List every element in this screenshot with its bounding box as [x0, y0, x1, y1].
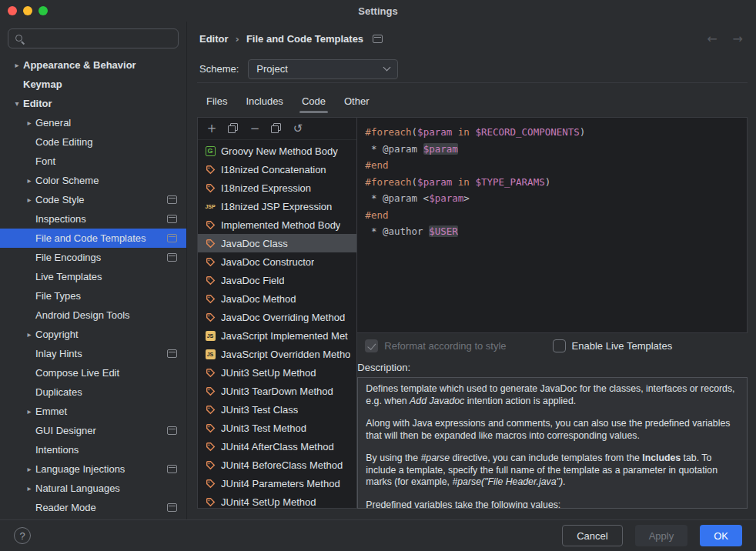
sidebar-item-file-encodings[interactable]: File Encodings	[0, 248, 186, 267]
sidebar-item-label: Natural Languages	[35, 483, 177, 494]
template-item-junit4-afterclass-method[interactable]: JUnit4 AfterClass Method	[198, 437, 356, 456]
description-gap	[366, 407, 739, 418]
search-input[interactable]	[30, 33, 172, 45]
template-item-junit3-teardown-method[interactable]: JUnit3 TearDown Method	[198, 382, 356, 400]
chevron-right-icon[interactable]: ▸	[23, 195, 35, 204]
reformat-checkbox: Reformat according to style	[365, 339, 506, 352]
chevron-right-icon[interactable]: ▸	[23, 465, 35, 473]
back-arrow-icon[interactable]: ←	[707, 32, 717, 46]
template-editor[interactable]: #foreach($param in $RECORD_COMPONENTS) *…	[357, 118, 748, 333]
template-item-javadoc-class[interactable]: JavaDoc Class	[198, 234, 356, 252]
template-detail: #foreach($param in $RECORD_COMPONENTS) *…	[357, 118, 748, 509]
chevron-down-icon[interactable]: ▾	[11, 99, 23, 108]
sidebar-item-gui-designer[interactable]: GUI Designer	[0, 421, 186, 440]
description-text: Defines template which used to generate …	[357, 377, 748, 509]
sidebar-item-inlay-hints[interactable]: Inlay Hints	[0, 344, 186, 363]
content: Editor›File and Code Templates ← → Schem…	[187, 22, 756, 519]
template-item-javascript-overridden-metho[interactable]: JSJavaScript Overridden Metho	[198, 345, 356, 363]
sidebar-item-appearance-behavior[interactable]: ▸Appearance & Behavior	[0, 55, 186, 75]
remove-template-icon[interactable]: −	[249, 122, 261, 135]
template-item-junit4-setup-method[interactable]: JUnit4 SetUp Method	[198, 493, 356, 508]
sidebar-item-reader-mode[interactable]: Reader Mode	[0, 498, 186, 517]
sidebar-item-live-templates[interactable]: Live Templates	[0, 267, 186, 286]
live-templates-checkbox[interactable]: Enable Live Templates	[553, 339, 673, 352]
sidebar-item-copyright[interactable]: ▸Copyright	[0, 325, 186, 344]
sidebar-item-file-types[interactable]: File Types	[0, 286, 186, 306]
add-template-icon[interactable]: +	[206, 122, 218, 135]
sidebar-item-intentions[interactable]: Intentions	[0, 440, 186, 459]
help-button[interactable]: ?	[14, 527, 31, 544]
minimize-icon[interactable]	[23, 6, 32, 15]
template-item-javadoc-overriding-method[interactable]: JavaDoc Overriding Method	[198, 308, 356, 326]
chevron-right-icon[interactable]: ▸	[11, 61, 23, 69]
chevron-right-icon[interactable]: ▸	[23, 119, 35, 127]
sidebar-item-general[interactable]: ▸General	[0, 113, 186, 132]
sidebar-item-file-and-code-templates[interactable]: File and Code Templates	[0, 229, 186, 248]
ok-button[interactable]: OK	[700, 525, 742, 546]
js-file-icon: JS	[204, 349, 216, 359]
tab-includes[interactable]: Includes	[236, 85, 292, 117]
template-item-junit3-test-method[interactable]: JUnit3 Test Method	[198, 419, 356, 437]
tab-other[interactable]: Other	[335, 85, 379, 117]
description-paragraph: Defines template which used to generate …	[366, 383, 739, 407]
settings-window: Settings ▸Appearance & BehaviorKeymap▾Ed…	[0, 0, 756, 551]
sidebar-item-editor[interactable]: ▾Editor	[0, 94, 186, 113]
screen-badge-icon	[167, 195, 177, 204]
sidebar-item-android-design-tools[interactable]: Android Design Tools	[0, 306, 186, 325]
tab-code[interactable]: Code	[293, 85, 335, 117]
chevron-right-icon[interactable]: ▸	[23, 176, 35, 185]
template-item-i18nized-jsp-expression[interactable]: JSPI18nized JSP Expression	[198, 197, 356, 215]
sidebar-item-code-editing[interactable]: Code Editing	[0, 132, 186, 152]
template-item-junit4-beforeclass-method[interactable]: JUnit4 BeforeClass Method	[198, 456, 356, 474]
chevron-right-icon[interactable]: ▸	[23, 484, 35, 493]
screen-badge-icon	[167, 426, 177, 435]
template-item-javadoc-field[interactable]: JavaDoc Field	[198, 271, 356, 289]
sidebar-item-label: Android Design Tools	[35, 309, 177, 321]
sidebar-item-inspections[interactable]: Inspections	[0, 209, 186, 229]
close-icon[interactable]	[8, 6, 17, 15]
template-item-javascript-implemented-met[interactable]: JSJavaScript Implemented Met	[198, 326, 356, 345]
copy-template-icon[interactable]	[227, 122, 239, 135]
forward-arrow-icon[interactable]: →	[733, 32, 743, 46]
template-file-icon	[204, 497, 216, 507]
maximize-icon[interactable]	[38, 6, 48, 15]
sidebar: ▸Appearance & BehaviorKeymap▾Editor▸Gene…	[0, 22, 187, 519]
template-item-junit4-parameters-method[interactable]: JUnit4 Parameters Method	[198, 474, 356, 493]
cancel-button[interactable]: Cancel	[562, 525, 622, 546]
sidebar-item-color-scheme[interactable]: ▸Color Scheme	[0, 171, 186, 190]
sidebar-item-language-injections[interactable]: ▸Language Injections	[0, 459, 186, 479]
scheme-select[interactable]: Project	[248, 59, 398, 79]
reset-to-default-icon[interactable]: ↺	[292, 122, 304, 135]
sidebar-item-label: Emmet	[35, 406, 177, 417]
sidebar-item-font[interactable]: Font	[0, 152, 186, 171]
template-item-javadoc-method[interactable]: JavaDoc Method	[198, 289, 356, 308]
template-item-javadoc-constructor[interactable]: JavaDoc Constructor	[198, 252, 356, 271]
app-body: ▸Appearance & BehaviorKeymap▾Editor▸Gene…	[0, 22, 756, 519]
tab-files[interactable]: Files	[197, 85, 236, 117]
code-line: #end	[365, 157, 739, 174]
sidebar-item-label: Inspections	[35, 213, 161, 225]
template-item-label: JUnit3 SetUp Method	[221, 367, 316, 379]
template-item-junit3-test-class[interactable]: JUnit3 Test Class	[198, 400, 356, 419]
template-file-icon	[204, 239, 216, 249]
sidebar-item-emmet[interactable]: ▸Emmet	[0, 402, 186, 421]
checkbox-checked-icon	[365, 339, 378, 352]
template-item-i18nized-concatenation[interactable]: I18nized Concatenation	[198, 160, 356, 179]
breadcrumb-item-editor[interactable]: Editor	[199, 33, 229, 45]
sidebar-item-code-style[interactable]: ▸Code Style	[0, 190, 186, 209]
sidebar-item-natural-languages[interactable]: ▸Natural Languages	[0, 479, 186, 498]
search-field[interactable]	[8, 28, 179, 48]
template-item-label: JUnit4 AfterClass Method	[221, 441, 334, 452]
sidebar-item-duplicates[interactable]: Duplicates	[0, 382, 186, 402]
chevron-right-icon[interactable]: ▸	[23, 330, 35, 339]
sidebar-item-keymap[interactable]: Keymap	[0, 75, 186, 94]
template-item-i18nized-expression[interactable]: I18nized Expression	[198, 179, 356, 197]
apply-button[interactable]: Apply	[635, 525, 688, 546]
template-item-groovy-new-method-body[interactable]: GGroovy New Method Body	[198, 142, 356, 160]
template-item-junit3-setup-method[interactable]: JUnit3 SetUp Method	[198, 363, 356, 382]
duplicate-template-icon[interactable]	[270, 122, 283, 135]
chevron-right-icon[interactable]: ▸	[23, 407, 35, 416]
breadcrumb-separator: ›	[235, 33, 240, 45]
template-item-implemented-method-body[interactable]: Implemented Method Body	[198, 215, 356, 234]
sidebar-item-compose-live-edit[interactable]: Compose Live Edit	[0, 363, 186, 382]
